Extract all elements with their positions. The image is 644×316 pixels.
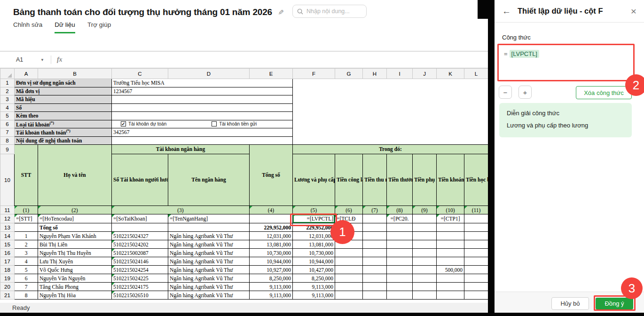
spreadsheet[interactable]: A B C D E F G H I J K L 1 Đơn vị sử dụng… [0,68,488,300]
sheet-cell[interactable] [387,223,413,232]
sheet-cell[interactable] [387,274,413,283]
cell-khoan[interactable] [437,249,464,257]
cell-khoan[interactable] [437,274,464,283]
cell-khoan[interactable] [437,257,464,266]
cell-salary[interactable]: 10,427,000 [293,266,335,274]
cell-salary[interactable]: 9,113,000 [293,291,335,300]
row-header[interactable]: 8 [0,136,15,145]
cell-account[interactable]: 5102215024225 [112,274,168,283]
sheet-cell[interactable] [464,266,488,274]
formula-cell[interactable]: =[TenNganHang] [168,214,250,223]
sheet-cell[interactable] [335,283,363,291]
sheet-cell[interactable] [293,128,488,137]
formula-cell[interactable]: =[HoTencodau] [38,214,112,223]
cell-salary[interactable]: 8,250,000 [293,274,335,283]
cell-name[interactable]: Bùi Thị Liên [38,240,112,249]
sheet-cell[interactable] [293,120,488,128]
sheet-cell[interactable] [464,291,488,300]
tab-du-lieu[interactable]: Dữ liệu [55,21,75,33]
sheet-cell[interactable] [387,240,413,249]
cell-salary[interactable]: 9,113,000 [293,283,335,291]
header-total[interactable]: Tổng số [250,145,293,206]
sheet-cell[interactable]: Kèm theo [15,112,112,120]
cell-total[interactable]: 12,031,000 [250,232,293,240]
cell-name[interactable]: Võ Quốc Hưng [38,266,112,274]
header-extra-income[interactable]: Tiền thu nhập tăng thêm [363,154,387,206]
sheet-cell[interactable]: Loại tài khoản(*) [15,120,112,128]
name-box[interactable]: A1 [16,56,40,63]
decrease-button[interactable]: − [499,86,512,99]
cell-salary[interactable]: 10,730,000 [293,249,335,257]
cell-salary[interactable]: 10,944,000 [293,257,335,266]
edit-title-icon[interactable]: ✎ [276,9,285,16]
row-header[interactable]: 1 [0,79,15,87]
header-bank-name[interactable]: Tên ngân hàng [168,154,250,206]
sheet-cell[interactable] [293,103,488,112]
sheet-cell[interactable] [168,223,250,232]
sheet-cell[interactable]: Tài khoản thanh toán(*) [15,128,112,137]
sheet-cell[interactable] [464,257,488,266]
sheet-cell[interactable] [464,283,488,291]
sheet-cell[interactable] [293,95,488,104]
sheet-cell[interactable] [363,249,387,257]
close-icon[interactable]: × [631,6,636,17]
cell-name[interactable]: Nguyễn Thị Hòa [38,291,112,300]
sheet-cell[interactable] [293,87,488,95]
sheet-cell[interactable] [363,266,387,274]
sheet-cell[interactable] [293,136,488,145]
sheet-cell[interactable]: (8) [387,206,413,214]
sheet-cell[interactable] [363,232,387,240]
cell-bank[interactable]: Ngân hàng Agribank Vũ Thư [168,274,250,283]
cell-account[interactable]: 5102215002087 [112,249,168,257]
sheet-cell[interactable]: Đơn vị sử dụng ngân sách [15,79,112,87]
sheet-cell[interactable] [387,266,413,274]
row-header[interactable]: 21 [0,291,15,300]
row-header[interactable]: 11 [0,206,15,214]
header-scholarship[interactable]: Tiền học bổng [464,154,488,206]
cell-total[interactable]: 9,113,000 [250,283,293,291]
sheet-cell[interactable] [15,223,38,232]
cell-total[interactable]: 9,113,000 [250,291,293,300]
cell-stt[interactable]: 4 [15,257,38,266]
sheet-cell[interactable]: (11) [464,206,488,214]
cell-stt[interactable]: 7 [15,283,38,291]
header-bank-group[interactable]: Tài khoản ngân hàng [112,145,250,154]
column-header[interactable]: E [250,69,293,79]
formula-cell[interactable]: =[PC20. [387,214,413,223]
header-name[interactable]: Họ và tên [38,145,112,206]
sheet-cell[interactable]: (10) [437,206,464,214]
sheet-cell[interactable]: (9) [413,206,437,214]
cell-bank[interactable]: Ngân hàng Agribank Vũ Thư [168,257,250,266]
checkbox-du-toan[interactable]: ✓Tài khoản dự toán [121,121,166,126]
row-header[interactable]: 4 [0,103,15,112]
cell-account[interactable]: 5102215024202 [112,240,168,249]
cell-khoan[interactable] [437,232,464,240]
sheet-cell[interactable] [387,249,413,257]
chevron-down-icon[interactable]: ▼ [40,58,44,62]
header-labor[interactable]: Tiền công lao động theo hợp đồng [335,154,363,206]
cell-bank[interactable]: Ngân hàng Agribank Vũ Thư [168,291,250,300]
column-header[interactable]: J [413,69,437,79]
sheet-cell[interactable] [363,257,387,266]
cell-stt[interactable]: 2 [15,240,38,249]
formula-cell[interactable]: =[CTP1] [437,214,464,223]
row-header[interactable]: 6 [0,120,15,128]
sheet-cell[interactable] [464,274,488,283]
column-header[interactable]: D [168,69,250,79]
sheet-cell[interactable] [413,257,437,266]
header-account[interactable]: Số Tài khoản người hưởng [112,154,168,206]
sheet-cell[interactable] [363,283,387,291]
header-breakdown[interactable]: Trong đó: [293,145,488,154]
header-stt[interactable]: STT [15,145,38,206]
cell-name[interactable]: Tăng Châu Phong [38,283,112,291]
sheet-cell[interactable] [413,240,437,249]
sheet-cell[interactable] [363,274,387,283]
cell-bank[interactable]: Ngân hàng Agribank Vũ Thư [168,266,250,274]
cell-account[interactable]: 5102215026510 [112,291,168,300]
back-arrow-icon[interactable]: ← [502,6,511,16]
sheet-cell[interactable] [112,103,293,112]
cell-total[interactable]: 8,250,000 [250,274,293,283]
cell-name[interactable]: Nguyễn Thị Thu Huyền [38,249,112,257]
sheet-cell[interactable]: ✓Tài khoản dự toán Tài khoản tiền gửi [112,120,293,128]
sheet-cell[interactable]: Số [15,103,112,112]
